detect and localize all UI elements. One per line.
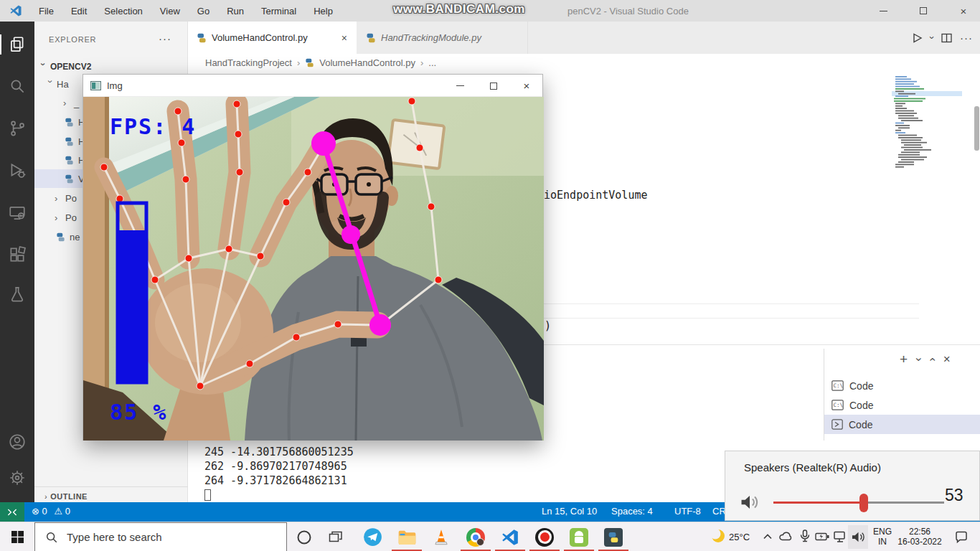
chevron-right-icon: › xyxy=(55,212,63,223)
menu-terminal[interactable]: Terminal xyxy=(254,6,303,17)
explorer-icon[interactable] xyxy=(8,35,27,54)
menu-run[interactable]: Run xyxy=(220,6,251,17)
webcam-frame: FPS: 4 85 % xyxy=(83,97,544,441)
volume-slider-fill xyxy=(773,501,864,504)
window-minimize-button[interactable] xyxy=(867,0,900,22)
terminal-session-3[interactable]: Code xyxy=(824,415,980,434)
remote-explorer-icon[interactable] xyxy=(8,204,27,222)
new-terminal-icon[interactable]: + xyxy=(900,352,908,367)
testing-icon[interactable] xyxy=(8,285,27,303)
remote-icon xyxy=(6,507,18,518)
battery-charging-icon[interactable] xyxy=(815,531,830,542)
speaker-icon[interactable] xyxy=(740,493,760,512)
menu-view[interactable]: View xyxy=(153,6,187,17)
breadcrumb-separator: › xyxy=(420,57,423,68)
start-button[interactable] xyxy=(0,522,34,551)
task-view-icon xyxy=(329,531,343,544)
breadcrumb-file[interactable]: VolumeHandControl.py xyxy=(319,57,415,68)
problems-status[interactable]: ⊗ 0 ⚠ 0 xyxy=(32,506,70,517)
terminal-session-2[interactable]: C:\ Code xyxy=(824,395,980,415)
settings-gear-icon[interactable] xyxy=(8,468,27,487)
taskbar-python-console[interactable] xyxy=(596,522,631,551)
img-maximize-button[interactable] xyxy=(481,75,506,97)
android-mirror-icon xyxy=(570,528,588,547)
taskbar-file-explorer[interactable] xyxy=(390,522,424,551)
accounts-icon[interactable] xyxy=(8,433,27,451)
taskbar-bandicam[interactable] xyxy=(527,522,562,551)
menu-selection[interactable]: Selection xyxy=(97,6,149,17)
run-debug-icon[interactable] xyxy=(8,161,27,180)
onedrive-cloud-icon[interactable] xyxy=(778,530,793,543)
weather-moon-icon[interactable] xyxy=(710,528,726,544)
python-file-icon xyxy=(65,118,74,127)
breadcrumb-project[interactable]: HandTrackingProject xyxy=(205,57,292,68)
window-restore-button[interactable] xyxy=(907,0,940,22)
editor-scrollbar-thumb[interactable] xyxy=(974,106,979,151)
microphone-icon[interactable] xyxy=(798,529,812,544)
taskbar-vscode[interactable] xyxy=(493,522,527,551)
remote-indicator[interactable] xyxy=(0,502,24,522)
chrome-icon xyxy=(466,528,485,547)
terminal-dropdown-icon[interactable]: › xyxy=(913,357,925,361)
encoding-status[interactable]: UTF-8 xyxy=(674,506,701,517)
window-title: penCV2 - Visual Studio Code xyxy=(567,6,689,17)
close-panel-icon[interactable]: × xyxy=(943,352,951,367)
menu-help[interactable]: Help xyxy=(306,6,340,17)
menu-edit[interactable]: Edit xyxy=(64,6,94,17)
task-view-button[interactable] xyxy=(319,522,353,551)
source-control-icon[interactable] xyxy=(8,119,27,138)
activity-bar xyxy=(0,22,34,502)
code-fragment-endpointvolume: ioEndpointVolume xyxy=(544,189,648,202)
menu-go[interactable]: Go xyxy=(190,6,217,17)
editor-more-actions-icon[interactable]: ··· xyxy=(960,32,973,44)
maximize-panel-icon[interactable]: › xyxy=(925,357,938,361)
img-window-titlebar[interactable]: Img × xyxy=(83,75,542,97)
window-close-button[interactable]: × xyxy=(947,0,980,22)
cortana-icon xyxy=(296,529,312,545)
tab-volumehandcontrol[interactable]: VolumeHandControl.py × xyxy=(188,22,357,54)
search-icon[interactable] xyxy=(8,77,27,95)
temperature-label[interactable]: 25°C xyxy=(729,532,750,542)
terminal-cursor xyxy=(204,489,211,501)
menu-file[interactable]: File xyxy=(32,6,61,17)
explorer-more-actions[interactable]: ··· xyxy=(159,32,171,44)
speaker-tray-icon[interactable] xyxy=(851,530,866,544)
python-console-icon xyxy=(604,528,623,547)
chevron-right-icon: › xyxy=(55,193,63,204)
indentation-status[interactable]: Spaces: 4 xyxy=(611,506,653,517)
img-close-button[interactable]: × xyxy=(514,75,539,97)
volume-bar-fill xyxy=(118,230,146,382)
tray-expand-chevron-icon[interactable] xyxy=(762,532,773,542)
image-icon xyxy=(90,81,101,90)
breadcrumb-symbol[interactable]: ... xyxy=(428,57,436,68)
taskbar-search[interactable] xyxy=(34,522,287,551)
run-python-file-icon[interactable] xyxy=(913,33,923,43)
extensions-icon[interactable] xyxy=(8,245,27,264)
python-file-icon xyxy=(305,58,314,67)
taskbar-telegram[interactable] xyxy=(355,522,390,551)
minimap[interactable] xyxy=(894,75,958,171)
terminal-session-1[interactable]: C:\ Code xyxy=(824,376,980,395)
clock[interactable]: 22:5616-03-2022 xyxy=(897,527,943,547)
shell-terminal-icon xyxy=(831,419,843,430)
split-editor-icon[interactable] xyxy=(941,33,952,43)
tab-close-icon[interactable]: × xyxy=(341,32,347,44)
run-dropdown-icon[interactable]: › xyxy=(926,36,937,39)
taskbar-chrome[interactable] xyxy=(458,522,493,551)
img-minimize-button[interactable] xyxy=(448,75,472,97)
taskbar-vlc[interactable] xyxy=(424,522,458,551)
action-center-icon[interactable] xyxy=(954,530,969,544)
taskbar-screen-mirror[interactable] xyxy=(562,522,596,551)
outline-divider xyxy=(34,486,188,487)
search-input[interactable] xyxy=(67,531,268,543)
cursor-position-status[interactable]: Ln 15, Col 10 xyxy=(542,506,597,517)
windows-logo-icon xyxy=(11,531,24,543)
cortana-button[interactable] xyxy=(287,522,321,551)
editor-tab-bar: VolumeHandControl.py × HandTrackingModul… xyxy=(188,22,980,54)
volume-osd-popup: Speakers (Realtek(R) Audio) 53 xyxy=(725,451,980,521)
volume-slider-handle[interactable] xyxy=(859,494,868,512)
network-display-icon[interactable] xyxy=(833,530,847,544)
vscode-logo-icon xyxy=(9,4,22,17)
tab-handtrackingmodule[interactable]: HandTrackingModule.py xyxy=(357,22,528,54)
language-indicator[interactable]: ENGIN xyxy=(870,527,895,547)
